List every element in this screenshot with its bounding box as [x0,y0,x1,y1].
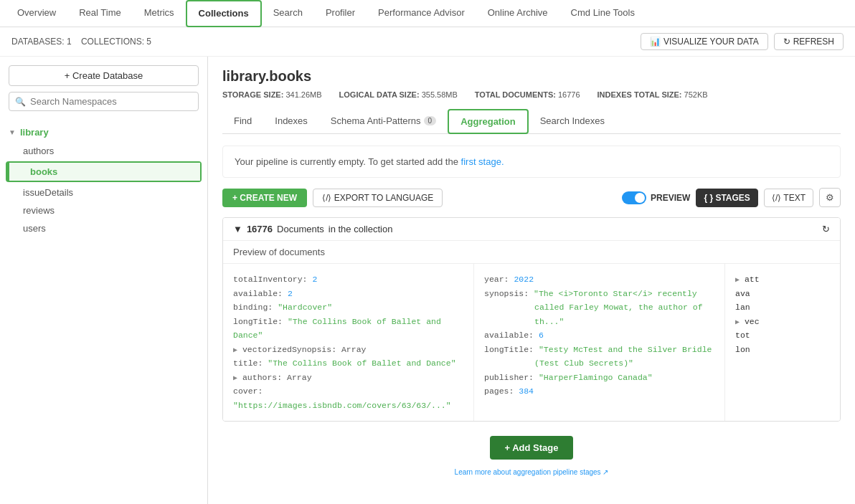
documents-label: Documents [277,224,324,234]
add-stage-button[interactable]: + Add Stage [490,436,572,460]
nav-search[interactable]: Search [262,0,314,27]
doc1-longtitle: longTitle: "The Collins Book of Ballet a… [233,315,463,343]
refresh-docs-icon[interactable]: ↻ [822,224,830,234]
stats-actions: 📊 VISUALIZE YOUR DATA ↻ REFRESH [641,33,844,50]
learn-more-link[interactable]: Learn more about aggregation pipeline st… [237,467,826,477]
collection-item-authors[interactable]: authors [0,142,207,160]
gear-icon: ⚙ [826,192,834,203]
doc2-publisher: publisher: "HarperFlamingo Canada" [484,371,714,385]
add-stage-section: + Add Stage Learn more about aggregation… [222,422,841,491]
total-documents: TOTAL DOCUMENTS: 16776 [475,90,580,99]
search-icon: 🔍 [15,97,26,107]
doc1-cover: cover: "https://images.isbndb.com/covers… [233,384,463,412]
nav-collections[interactable]: Collections [186,0,262,27]
doc1-binding: binding: "Hardcover" [233,300,463,315]
main-layout: + Create Database 🔍 ▼ library authors bo… [0,57,855,504]
documents-section: ▼ 16776 Documents in the collection ↻ Pr… [222,217,841,422]
document-cards: totalInventory: 2 available: 2 binding: … [223,264,840,421]
preview-label: PREVIEW [651,193,690,203]
nav-cmdline[interactable]: Cmd Line Tools [559,0,646,27]
doc3-line3: lan [735,300,830,315]
indexes-total-size: INDEXES TOTAL SIZE: 752KB [597,90,708,99]
pipeline-empty-message: Your pipeline is currently empty. To get… [222,146,841,178]
settings-button[interactable]: ⚙ [819,188,841,207]
doc1-title: title: "The Collins Book of Ballet and D… [233,356,463,371]
tab-schema[interactable]: Schema Anti-Patterns 0 [319,109,448,133]
sidebar-actions: + Create Database 🔍 [0,65,207,120]
books-collection-wrapper: books [6,161,202,182]
nav-archive[interactable]: Online Archive [476,0,559,27]
pipeline-toolbar: + CREATE NEW ⟨/⟩ EXPORT TO LANGUAGE PREV… [222,188,841,207]
create-new-button[interactable]: + CREATE NEW [222,189,307,207]
database-header-library[interactable]: ▼ library [0,123,207,142]
preview-toggle-wrap: PREVIEW [622,191,690,204]
chevron-down-icon: ▼ [9,128,16,136]
collection-meta: STORAGE SIZE: 341.26MB LOGICAL DATA SIZE… [222,90,841,99]
collection-item-reviews[interactable]: reviews [0,201,207,219]
stages-button[interactable]: { } STAGES [696,189,757,207]
visualize-button[interactable]: 📊 VISUALIZE YOUR DATA [641,33,768,50]
nav-metrics[interactable]: Metrics [133,0,186,27]
documents-header: ▼ 16776 Documents in the collection ↻ [223,218,840,241]
refresh-icon: ↻ [783,37,790,47]
doc2-synopsis: synopsis: "The <i>Toronto Star</i> recen… [484,287,714,329]
preview-toggle[interactable] [622,191,646,204]
docs-header-left: ▼ 16776 Documents in the collection [233,224,392,234]
first-stage-link[interactable]: first stage. [461,156,504,167]
external-link-icon: ↗ [601,468,609,476]
doc2-year: year: 2022 [484,272,714,287]
create-database-button[interactable]: + Create Database [9,65,199,86]
doc3-line4: ▶ vec [735,315,830,329]
main-content: library.books STORAGE SIZE: 341.26MB LOG… [208,57,855,504]
nav-profiler[interactable]: Profiler [314,0,367,27]
nav-overview[interactable]: Overview [6,0,67,27]
document-card-3-partial: ▶ att ava lan ▶ vec tot lon [725,264,840,421]
collection-item-books[interactable]: books [7,163,200,181]
preview-label-text: Preview of documents [223,241,840,264]
doc3-line2: ava [735,287,830,301]
database-name: library [20,127,49,138]
text-button[interactable]: ⟨/⟩ TEXT [764,189,813,207]
top-navigation: Overview Real Time Metrics Collections S… [0,0,855,27]
collections-count: 5 [146,37,151,47]
doc2-longtitle: longTitle: "Testy McTest and the Silver … [484,343,714,371]
search-namespaces-container: 🔍 [9,92,199,111]
schema-badge: 0 [424,116,437,125]
tab-aggregation[interactable]: Aggregation [448,109,529,134]
bar-chart-icon: 📊 [650,37,661,47]
doc3-line6: lon [735,343,830,357]
chevron-down-icon-docs: ▼ [233,224,242,234]
doc3-line5: tot [735,328,830,343]
tab-indexes[interactable]: Indexes [263,109,319,133]
documents-count: 16776 [247,224,273,234]
database-section: ▼ library authors books issueDetails rev… [0,123,207,237]
doc1-available: available: 2 [233,287,463,301]
tab-find[interactable]: Find [222,109,263,133]
doc3-line1: ▶ att [735,272,830,287]
collection-item-issuedetails[interactable]: issueDetails [0,184,207,201]
nav-realtime[interactable]: Real Time [67,0,133,27]
collection-tabs: Find Indexes Schema Anti-Patterns 0 Aggr… [222,109,841,134]
sidebar: + Create Database 🔍 ▼ library authors bo… [0,57,208,504]
stats-bar: DATABASES: 1 COLLECTIONS: 5 📊 VISUALIZE … [0,27,855,57]
collection-title: library.books [222,68,841,85]
search-namespaces-input[interactable] [30,96,192,107]
in-collection-label: in the collection [329,224,393,234]
nav-performance[interactable]: Performance Advisor [367,0,476,27]
stats-info: DATABASES: 1 COLLECTIONS: 5 [11,37,151,47]
export-to-language-button[interactable]: ⟨/⟩ EXPORT TO LANGUAGE [313,189,443,207]
logical-data-size: LOGICAL DATA SIZE: 355.58MB [339,90,458,99]
doc1-authors: ▶ authors: Array [233,371,463,385]
databases-count: 1 [67,37,72,47]
refresh-button[interactable]: ↻ REFRESH [774,33,844,50]
doc1-vectorized: ▶ vectorizedSynopsis: Array [233,343,463,357]
document-card-2: year: 2022 synopsis: "The <i>Toronto Sta… [474,264,725,421]
doc1-totalInventory: totalInventory: 2 [233,272,463,287]
toolbar-left: + CREATE NEW ⟨/⟩ EXPORT TO LANGUAGE [222,189,443,207]
doc2-available: available: 6 [484,328,714,343]
document-card-1: totalInventory: 2 available: 2 binding: … [223,264,474,421]
storage-size: STORAGE SIZE: 341.26MB [222,90,322,99]
tab-search-indexes[interactable]: Search Indexes [529,109,616,133]
doc2-pages: pages: 384 [484,384,714,399]
collection-item-users[interactable]: users [0,219,207,237]
